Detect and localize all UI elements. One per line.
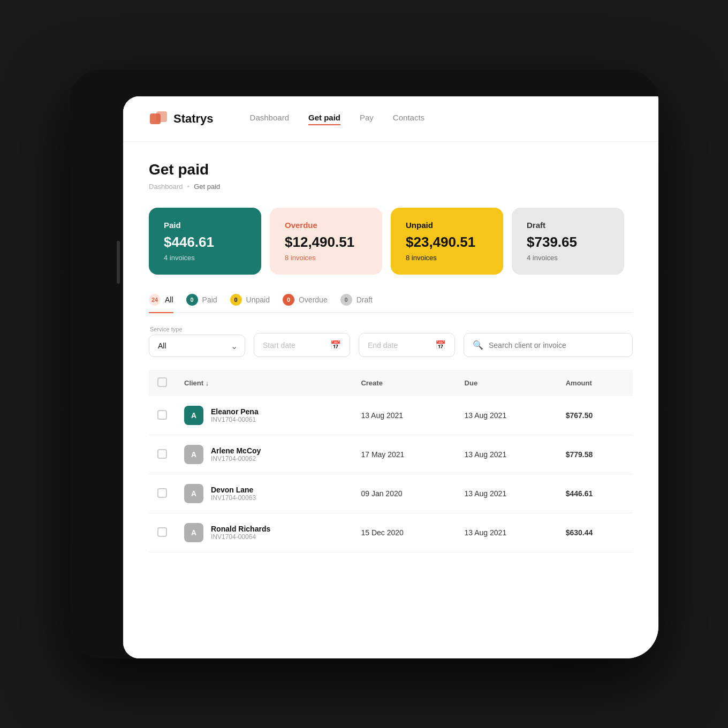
start-date-input[interactable]: Start date 📅 (254, 333, 350, 357)
table-row[interactable]: A Eleanor Pena INV1704-00061 13 Aug 2021… (149, 396, 633, 435)
avatar-2: A (184, 445, 203, 464)
filter-tabs: 24 All 0 Paid 0 Unpaid 0 Overdue (149, 294, 633, 313)
row-client-1: A Eleanor Pena INV1704-00061 (176, 396, 352, 435)
stat-label-draft: Draft (527, 221, 609, 230)
table-row[interactable]: A Arlene McCoy INV1704-00062 17 May 2021… (149, 435, 633, 474)
service-type-group: Service type All Service Product ⌄ (149, 326, 245, 357)
col-client[interactable]: Client ↓ (176, 370, 352, 396)
stat-invoices-overdue: 8 invoices (285, 254, 367, 262)
stat-invoices-unpaid: 8 invoices (406, 254, 488, 262)
app-container: Statrys Dashboard Get paid Pay Contacts … (123, 96, 658, 658)
stat-card-draft[interactable]: Draft $739.65 4 invoices (512, 208, 624, 275)
client-name-2: Arlene McCoy (211, 446, 261, 455)
row-checkbox-2 (149, 435, 176, 474)
table-row[interactable]: A Devon Lane INV1704-00063 09 Jan 2020 1… (149, 474, 633, 513)
tab-badge-paid: 0 (186, 294, 198, 306)
page-title: Get paid (149, 161, 633, 178)
calendar-icon-end: 📅 (435, 340, 446, 350)
row-checkbox-input-3[interactable] (157, 488, 167, 498)
end-date-placeholder: End date (368, 341, 398, 350)
stat-amount-overdue: $12,490.51 (285, 234, 367, 251)
svg-rect-1 (156, 111, 167, 122)
tab-label-overdue: Overdue (299, 295, 328, 304)
breadcrumb-separator: • (187, 183, 190, 191)
col-due: Due (456, 370, 557, 396)
service-type-select[interactable]: All Service Product (149, 335, 245, 357)
col-create: Create (352, 370, 456, 396)
logo-icon (149, 109, 168, 128)
tab-label-paid: Paid (202, 295, 217, 304)
table-row[interactable]: A Ronald Richards INV1704-00064 15 Dec 2… (149, 513, 633, 552)
stat-card-overdue[interactable]: Overdue $12,490.51 8 invoices (270, 208, 382, 275)
row-client-3: A Devon Lane INV1704-00063 (176, 474, 352, 513)
row-create-3: 09 Jan 2020 (352, 474, 456, 513)
stat-label-unpaid: Unpaid (406, 221, 488, 230)
filters-row: Service type All Service Product ⌄ Start… (149, 326, 633, 357)
stat-invoices-paid: 4 invoices (164, 254, 246, 262)
nav-contacts[interactable]: Contacts (393, 113, 424, 125)
tab-draft[interactable]: 0 Draft (340, 294, 373, 312)
nav-dashboard[interactable]: Dashboard (250, 113, 289, 125)
nav-get-paid[interactable]: Get paid (308, 113, 340, 125)
nav-pay[interactable]: Pay (360, 113, 374, 125)
search-icon: 🔍 (473, 340, 483, 350)
row-amount-1: $767.50 (557, 396, 633, 435)
device-screen: Statrys Dashboard Get paid Pay Contacts … (123, 96, 658, 658)
start-date-placeholder: Start date (263, 341, 295, 350)
tab-badge-draft: 0 (340, 294, 352, 306)
row-checkbox-3 (149, 474, 176, 513)
stat-card-paid[interactable]: Paid $446.61 4 invoices (149, 208, 261, 275)
breadcrumb-current: Get paid (194, 183, 220, 191)
stat-card-unpaid[interactable]: Unpaid $23,490.51 8 invoices (391, 208, 503, 275)
service-type-label: Service type (149, 326, 245, 332)
page-content: Get paid Dashboard • Get paid Paid $446.… (123, 142, 658, 658)
tab-badge-all: 24 (149, 294, 161, 306)
row-amount-3: $446.61 (557, 474, 633, 513)
search-input-wrapper[interactable]: 🔍 (464, 333, 633, 357)
tab-badge-overdue: 0 (283, 294, 294, 306)
table-header: Client ↓ Create Due Amount (149, 370, 633, 396)
client-name-3: Devon Lane (211, 486, 256, 494)
row-amount-4: $630.44 (557, 513, 633, 552)
device-frame: Statrys Dashboard Get paid Pay Contacts … (70, 70, 658, 658)
stat-invoices-draft: 4 invoices (527, 254, 609, 262)
tab-all[interactable]: 24 All (149, 294, 173, 313)
row-create-2: 17 May 2021 (352, 435, 456, 474)
tab-label-all: All (165, 295, 173, 304)
service-type-select-wrapper: All Service Product ⌄ (149, 335, 245, 357)
tab-badge-unpaid: 0 (230, 294, 242, 306)
end-date-input[interactable]: End date 📅 (359, 333, 455, 357)
col-checkbox (149, 370, 176, 396)
row-create-4: 15 Dec 2020 (352, 513, 456, 552)
stats-row: Paid $446.61 4 invoices Overdue $12,490.… (149, 208, 633, 275)
stat-label-overdue: Overdue (285, 221, 367, 230)
stat-amount-paid: $446.61 (164, 234, 246, 251)
breadcrumb-parent[interactable]: Dashboard (149, 183, 183, 191)
tab-unpaid[interactable]: 0 Unpaid (230, 294, 270, 312)
breadcrumb: Dashboard • Get paid (149, 183, 633, 191)
tab-paid[interactable]: 0 Paid (186, 294, 217, 312)
search-input[interactable] (489, 341, 624, 350)
row-checkbox-input-4[interactable] (157, 527, 167, 537)
avatar-4: A (184, 523, 203, 542)
row-due-2: 13 Aug 2021 (456, 435, 557, 474)
logo-text: Statrys (173, 112, 214, 126)
row-due-4: 13 Aug 2021 (456, 513, 557, 552)
row-create-1: 13 Aug 2021 (352, 396, 456, 435)
avatar-3: A (184, 484, 203, 503)
stat-amount-draft: $739.65 (527, 234, 609, 251)
header: Statrys Dashboard Get paid Pay Contacts (123, 96, 658, 142)
logo: Statrys (149, 109, 214, 128)
row-client-2: A Arlene McCoy INV1704-00062 (176, 435, 352, 474)
calendar-icon-start: 📅 (330, 340, 341, 350)
tab-label-draft: Draft (357, 295, 373, 304)
row-checkbox-input-1[interactable] (157, 410, 167, 420)
stat-label-paid: Paid (164, 221, 246, 230)
select-all-checkbox[interactable] (157, 377, 167, 387)
avatar-1: A (184, 406, 203, 425)
invoice-num-4: INV1704-00064 (211, 533, 270, 541)
stat-amount-unpaid: $23,490.51 (406, 234, 488, 251)
tab-overdue[interactable]: 0 Overdue (283, 294, 328, 312)
row-client-4: A Ronald Richards INV1704-00064 (176, 513, 352, 552)
row-checkbox-input-2[interactable] (157, 449, 167, 459)
